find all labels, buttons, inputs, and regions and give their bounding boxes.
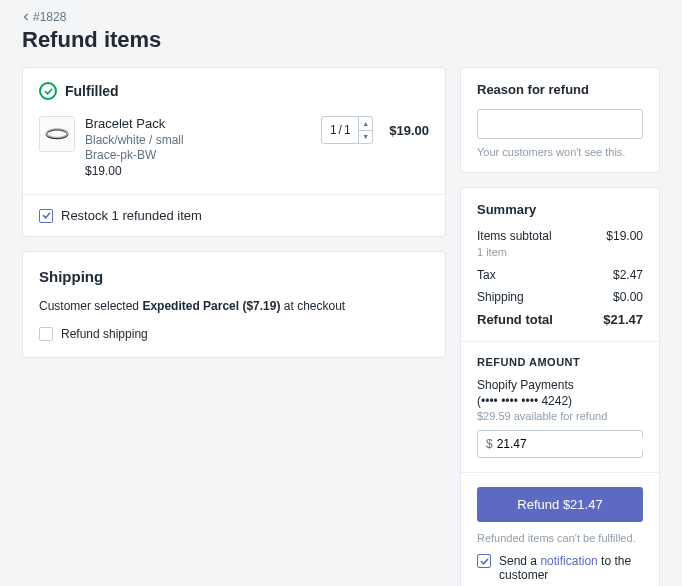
subtotal-label: Items subtotal <box>477 229 552 243</box>
refund-note: Refunded items can't be fulfilled. <box>477 532 643 544</box>
tax-value: $2.47 <box>613 268 643 282</box>
currency-prefix: $ <box>486 437 493 451</box>
shipping-text: Customer selected Expedited Parcel ($7.1… <box>39 299 429 313</box>
shipping-method: Expedited Parcel ($7.19) <box>142 299 280 313</box>
reason-card: Reason for refund Your customers won't s… <box>460 67 660 173</box>
payment-gateway: Shopify Payments <box>477 378 643 392</box>
notify-checkbox[interactable] <box>477 554 491 568</box>
available-for-refund: $29.59 available for refund <box>477 410 643 422</box>
tax-label: Tax <box>477 268 496 282</box>
breadcrumb-order-number: #1828 <box>33 10 66 24</box>
fulfilled-check-icon <box>39 82 57 100</box>
item-variant: Black/white / small <box>85 133 311 147</box>
subtotal-value: $19.00 <box>606 229 643 243</box>
refund-amount-input[interactable] <box>497 437 647 451</box>
refund-shipping-checkbox[interactable] <box>39 327 53 341</box>
summary-card: Summary Items subtotal $19.00 1 item Tax… <box>460 187 660 586</box>
restock-checkbox[interactable] <box>39 209 53 223</box>
item-sku: Brace-pk-BW <box>85 148 311 162</box>
line-item: Bracelet Pack Black/white / small Brace-… <box>23 110 445 194</box>
qty-decrement[interactable]: ▼ <box>359 131 372 144</box>
qty-max: 1 <box>344 123 351 137</box>
checkmark-icon <box>42 211 51 220</box>
shipping-label: Shipping <box>477 290 524 304</box>
summary-heading: Summary <box>477 202 643 217</box>
total-value: $21.47 <box>603 312 643 327</box>
shipping-card: Shipping Customer selected Expedited Par… <box>22 251 446 358</box>
shipping-heading: Shipping <box>39 268 429 285</box>
item-unit-price: $19.00 <box>85 164 311 178</box>
refund-shipping-label: Refund shipping <box>61 327 148 341</box>
refund-amount-input-wrap[interactable]: $ <box>477 430 643 458</box>
checkmark-icon <box>480 557 489 566</box>
qty-current: 1 <box>330 123 337 137</box>
qty-increment[interactable]: ▲ <box>359 117 372 131</box>
payment-masked-card: (•••• •••• •••• 4242) <box>477 394 643 408</box>
subtotal-count: 1 item <box>477 246 643 258</box>
fulfilled-card: Fulfilled Bracelet Pack Black/white / sm… <box>22 67 446 237</box>
refund-button[interactable]: Refund $21.47 <box>477 487 643 522</box>
product-thumbnail <box>39 116 75 152</box>
page-title: Refund items <box>22 27 660 53</box>
restock-label: Restock 1 refunded item <box>61 208 202 223</box>
breadcrumb-back[interactable]: #1828 <box>22 10 660 24</box>
line-total: $19.00 <box>389 123 429 138</box>
reason-input[interactable] <box>477 109 643 139</box>
reason-hint: Your customers won't see this. <box>477 146 643 158</box>
shipping-value: $0.00 <box>613 290 643 304</box>
notification-link[interactable]: notification <box>540 554 597 568</box>
quantity-stepper[interactable]: 1 / 1 ▲ ▼ <box>321 116 373 144</box>
total-label: Refund total <box>477 312 553 327</box>
reason-heading: Reason for refund <box>477 82 643 97</box>
refund-amount-label: REFUND AMOUNT <box>477 356 643 368</box>
item-title: Bracelet Pack <box>85 116 311 131</box>
fulfilled-label: Fulfilled <box>65 83 119 99</box>
chevron-left-icon <box>22 13 30 21</box>
notify-text: Send a notification to the customer <box>499 554 643 582</box>
